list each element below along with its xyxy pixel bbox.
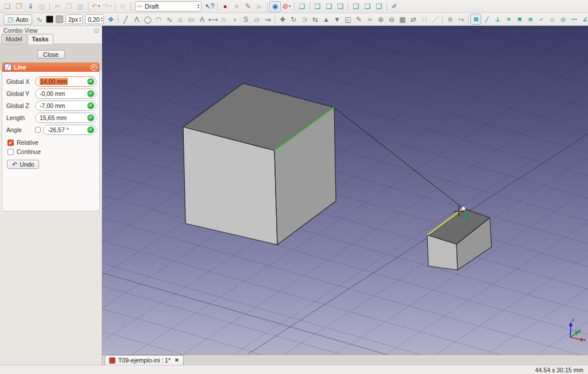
draft-offset-icon[interactable]: ⊃ [299, 14, 310, 25]
apply-style-icon[interactable]: ❖ [105, 14, 116, 25]
fit-all-icon[interactable]: ◉ [269, 1, 281, 12]
value-input[interactable]: -7,00 mm [35, 101, 96, 111]
draft-clone-icon[interactable]: ※ [444, 14, 455, 25]
snap-extension-icon[interactable]: ◇ [547, 14, 558, 25]
draft-spline-icon[interactable]: ∿ [164, 14, 175, 25]
draft-downgrade-icon[interactable]: ▼ [331, 14, 342, 25]
large-cube[interactable] [183, 83, 336, 245]
draft-wire-icon[interactable]: Λ [131, 14, 142, 25]
draft-shape2dview-icon[interactable]: ▦ [397, 14, 408, 25]
snap-endpoint-icon[interactable]: ╱ [481, 14, 492, 25]
draft-edit-icon[interactable]: ✎ [353, 14, 364, 25]
snap-near-icon[interactable]: ∠ [579, 14, 588, 25]
macro-record-icon[interactable]: ● [219, 1, 231, 12]
angle-checkbox[interactable] [35, 127, 41, 133]
checkbox[interactable] [7, 140, 14, 146]
task-close-icon[interactable]: ✕ [91, 64, 97, 71]
draft-draft2sketch-icon[interactable]: ⇄ [408, 14, 419, 25]
draft-addpoint-icon[interactable]: ⊕ [375, 14, 386, 25]
macro-execute-icon[interactable]: ▶ [254, 1, 265, 12]
snap-ortho-icon[interactable]: ✓ [536, 14, 547, 25]
field-label: Global Z [6, 102, 35, 109]
snap-midpoint-icon[interactable]: ⊥ [492, 14, 503, 25]
draft-arc-icon[interactable]: ◠ [153, 14, 164, 25]
save-icon[interactable]: ⇓ [25, 1, 36, 12]
draft-bezier-icon[interactable]: ↝ [262, 14, 273, 25]
cut-icon[interactable]: ✂ [52, 1, 63, 12]
print-icon[interactable]: ▤ [36, 1, 48, 12]
draft-delpoint-icon[interactable]: ⊖ [386, 14, 397, 25]
spinner-arrows-icon[interactable] [79, 17, 81, 22]
view-right-icon[interactable]: ❑ [335, 1, 346, 12]
view-top-icon[interactable]: ❑ [323, 1, 335, 12]
workbench-selector[interactable]: ✏ Draft [135, 1, 202, 11]
value-input[interactable]: 15,65 mm [35, 113, 96, 123]
snap-special-icon[interactable]: ◎ [558, 14, 568, 25]
open-document-icon[interactable]: ❐ [13, 1, 25, 12]
draft-style-icon[interactable]: ∿ [34, 14, 45, 25]
draft-polygon-icon[interactable]: ⌂ [175, 14, 185, 25]
draft-trimex-icon[interactable]: ⇆ [310, 14, 320, 25]
draft-text-icon[interactable]: A [196, 14, 207, 25]
document-tab[interactable]: ⚙ T09-ejemplo-ini : 1* ✖ [105, 355, 184, 365]
line-width-spinner[interactable]: 2px [65, 14, 83, 24]
redo-icon[interactable]: ↷ [102, 1, 113, 12]
tab-model[interactable]: Model [1, 34, 27, 44]
text-scale-spinner[interactable]: 0,20 [85, 14, 104, 24]
draft-rectangle-icon[interactable]: ▭ [185, 14, 196, 25]
new-document-icon[interactable]: ❏ [2, 1, 13, 12]
draft-point-icon[interactable]: ∘ [229, 14, 240, 25]
view-bottom-icon[interactable]: ❑ [362, 1, 373, 12]
draft-move-icon[interactable]: ✚ [277, 14, 288, 25]
spinner-arrows-icon[interactable] [100, 17, 102, 22]
dock-panel-icon[interactable]: ◱ [94, 28, 99, 33]
document-tab-close-icon[interactable]: ✖ [175, 357, 179, 363]
macro-stop-icon[interactable]: ■ [231, 1, 242, 12]
face-color-swatch[interactable] [56, 16, 63, 23]
value-input[interactable]: -26,57 ° [43, 125, 96, 135]
workingplane-auto-button[interactable]: ◳ Auto [3, 14, 32, 25]
snap-center-icon[interactable]: ✖ [514, 14, 525, 25]
snap-parallel-icon[interactable]: ≋ [525, 14, 536, 25]
continue-checkbox[interactable]: Continue [7, 147, 99, 156]
refresh-icon[interactable]: ⟳ [117, 1, 129, 12]
draft-bspline-icon[interactable]: ∩ [218, 14, 229, 25]
draft-dimension-icon[interactable]: ⟷ [207, 14, 218, 25]
draft-subelement-icon[interactable]: ≈ [364, 14, 375, 25]
draft-patharray-icon[interactable]: ⋰ [430, 14, 440, 25]
view-front-icon[interactable]: ❑ [312, 1, 323, 12]
small-box[interactable] [427, 209, 492, 270]
relative-checkbox[interactable]: Relative [7, 138, 99, 147]
draft-array-icon[interactable]: ∷ [419, 14, 430, 25]
value-input[interactable]: -0,00 mm [35, 88, 96, 99]
undo-button[interactable]: ↶ Undo [7, 160, 39, 169]
macro-edit-icon[interactable]: ✎ [242, 1, 254, 12]
line-color-swatch[interactable] [46, 16, 53, 23]
view-isometric-icon[interactable]: ❑ [296, 1, 308, 12]
draft-shapestring-icon[interactable]: S [240, 14, 251, 25]
snap-dimensions-icon[interactable]: ⋯ [568, 14, 579, 25]
whats-this-icon[interactable]: ↖? [204, 1, 215, 12]
draw-style-icon[interactable]: ⊘ [281, 1, 292, 12]
copy-icon[interactable]: ❐ [63, 1, 75, 12]
draft-circle-icon[interactable]: ◯ [142, 14, 153, 25]
snap-angle-icon[interactable]: ✳ [503, 14, 514, 25]
checkbox[interactable] [7, 149, 14, 155]
paste-icon[interactable]: ▥ [75, 1, 86, 12]
draft-facebinder-icon[interactable]: ▱ [251, 14, 262, 25]
draft-line-icon[interactable]: ╱ [120, 14, 131, 25]
draft-heal-icon[interactable]: ↪ [455, 14, 466, 25]
value-input[interactable]: 14,00 mm [35, 76, 96, 87]
draft-rotate-icon[interactable]: ↻ [288, 14, 299, 25]
view-left-icon[interactable]: ❑ [373, 1, 385, 12]
tab-tasks[interactable]: Tasks [28, 34, 53, 44]
snap-lock-icon[interactable]: ⊠ [470, 14, 481, 25]
close-task-button[interactable]: Close [37, 50, 65, 59]
draft-upgrade-icon[interactable]: ▲ [320, 14, 331, 25]
draft-scale-icon[interactable]: ◱ [342, 14, 353, 25]
measure-distance-icon[interactable]: ✐ [389, 1, 400, 12]
undo-icon[interactable]: ↶ [90, 1, 102, 12]
3d-viewport[interactable]: x y z [102, 26, 588, 354]
combo-arrows-icon[interactable] [198, 3, 199, 9]
view-rear-icon[interactable]: ❑ [350, 1, 362, 12]
